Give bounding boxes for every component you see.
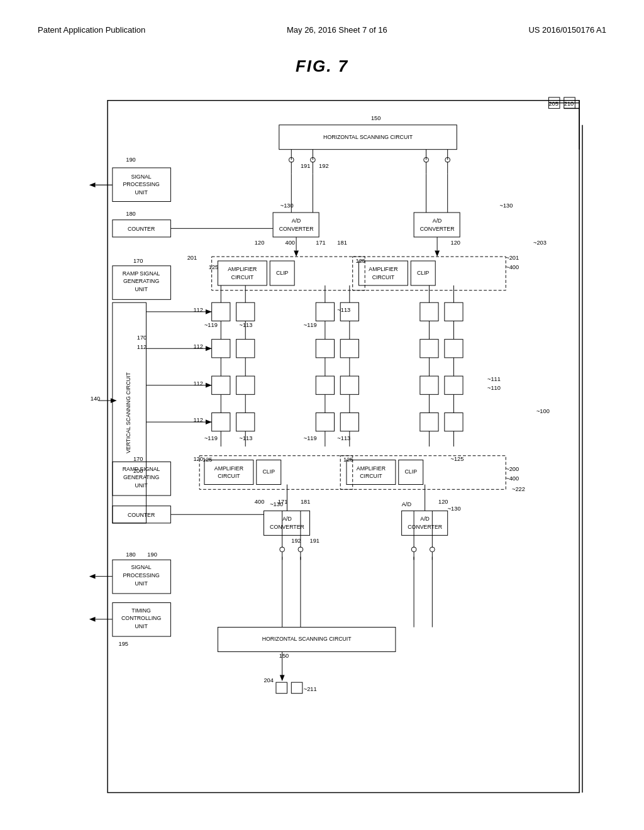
ref-203: ~203 — [533, 240, 547, 246]
svg-rect-19 — [273, 213, 319, 237]
figure-area: FIG. 7 205 210 150 HORIZONTAL SCANNING C… — [38, 57, 606, 805]
header-right: US 2016/0150176 A1 — [528, 25, 606, 35]
amp-circuit-top-left-label1: AMPLIFIER — [228, 266, 257, 272]
arrow-row4-left — [206, 419, 212, 424]
amp-circuit-top-right-label1: AMPLIFIER — [369, 266, 397, 272]
ref-150-bot: 150 — [279, 653, 289, 659]
ref-119-bot-left: ~119 — [204, 435, 218, 441]
svg-rect-41 — [420, 302, 438, 321]
svg-rect-50 — [236, 376, 255, 394]
svg-rect-20 — [414, 213, 460, 237]
counter-bot-label: COUNTER — [128, 512, 155, 518]
ramp-top-label3: UNIT — [135, 286, 148, 292]
ref-112-r2: 112 — [193, 343, 203, 350]
timing-ctrl-label3: UNIT — [135, 623, 148, 629]
ramp-bot-label1: RAMP SIGNAL — [123, 466, 160, 472]
svg-point-113 — [411, 547, 416, 552]
svg-rect-56 — [236, 413, 255, 431]
ref-400-bot: 400 — [255, 499, 264, 505]
header-left: Patent Application Publication — [38, 25, 145, 35]
ref-110: ~110 — [487, 385, 501, 391]
ref-125-top-1: 125 — [209, 264, 218, 270]
amp-circuit-bot-right-label1: AMPLIFIER — [357, 465, 386, 472]
ramp-bot-label2: GENERATING — [123, 474, 159, 480]
ref-181-top: 181 — [337, 240, 347, 246]
ref-119-r1-mid: ~119 — [304, 322, 317, 328]
ref-112-r1: 112 — [193, 307, 203, 313]
svg-rect-57 — [316, 413, 334, 431]
svg-rect-46 — [340, 340, 358, 358]
amp-circuit-bot-left-label2: CIRCUIT — [218, 473, 240, 479]
ad-conv-bot-left-label1: A/D — [282, 516, 292, 522]
arrow-row1-left — [206, 309, 212, 314]
page-header: Patent Application Publication May 26, 2… — [38, 25, 606, 35]
ref-112-r3: 112 — [193, 380, 203, 387]
ref-190: 190 — [126, 157, 135, 163]
ref-120-top-right: 120 — [451, 240, 460, 246]
ref-191: 191 — [301, 163, 310, 169]
ref-191-bot: 191 — [310, 538, 319, 544]
amp-circuit-bot-left-label1: AMPLIFIER — [214, 465, 243, 472]
ref-222: ~222 — [512, 486, 525, 492]
ad-conv-top-left-label1: A/D — [292, 218, 301, 224]
svg-rect-59 — [420, 413, 438, 431]
timing-ctrl-label2: CONTROLLING — [121, 615, 161, 621]
svg-rect-47 — [420, 340, 438, 358]
ref-204: 204 — [264, 677, 273, 683]
circuit-diagram: 205 210 150 HORIZONTAL SCANNING CIRCUIT … — [38, 94, 606, 805]
arrow-row3-left — [206, 383, 212, 388]
ref-400-right-top: ~400 — [506, 264, 519, 270]
svg-rect-37 — [212, 302, 230, 321]
arrow-down-ad-left — [294, 250, 299, 257]
ref-190-bot: 190 — [147, 551, 157, 558]
ref-113-r1-2: ~113 — [337, 307, 350, 313]
ref-140: 140 — [91, 396, 100, 402]
page: Patent Application Publication May 26, 2… — [0, 0, 644, 830]
svg-rect-42 — [445, 302, 463, 321]
svg-rect-39 — [316, 302, 334, 321]
diagram-container: 205 210 150 HORIZONTAL SCANNING CIRCUIT … — [38, 94, 606, 805]
ref-195: 195 — [119, 641, 128, 647]
ref-400-bot-right: ~400 — [506, 475, 519, 482]
ref-170-top: 170 — [133, 258, 143, 264]
svg-rect-96 — [204, 460, 253, 485]
ref-120-top-left: 120 — [255, 240, 264, 246]
header-center: May 26, 2016 Sheet 7 of 16 — [287, 25, 387, 35]
ref-180-top: 180 — [126, 211, 135, 217]
ad-conv-bot-left-label2: CONVERTER — [270, 524, 304, 530]
ref-181-bot: 181 — [301, 499, 310, 505]
horiz-scan-bot-label: HORIZONTAL SCANNING CIRCUIT — [262, 636, 352, 642]
figure-title: FIG. 7 — [38, 57, 606, 76]
ref-120-bot-right: 120 — [438, 499, 448, 505]
ad-conv-bot-right-label2: CONVERTER — [408, 524, 442, 530]
signal-proc-bot-label1: SIGNAL — [131, 564, 152, 570]
ref-130-bot-right: A/D — [402, 501, 412, 507]
svg-rect-33 — [358, 261, 408, 285]
signal-proc-bot-label3: UNIT — [135, 580, 148, 587]
ref-180-bot: 180 — [126, 551, 135, 558]
arrow-left-bot — [89, 574, 96, 579]
svg-rect-48 — [445, 340, 463, 358]
ref-201-top: 201 — [187, 255, 197, 261]
svg-rect-53 — [420, 376, 438, 394]
ref-400-top: 400 — [286, 240, 295, 246]
clip-bot-left-label: CLIP — [263, 468, 275, 475]
ref-119-bot-mid: ~119 — [304, 435, 317, 441]
ref-112-r4: 112 — [193, 417, 203, 423]
signal-proc-top-label3: UNIT — [135, 189, 148, 196]
counter-top-label: COUNTER — [128, 226, 155, 232]
arrow-140 — [111, 398, 117, 403]
svg-rect-38 — [236, 302, 255, 321]
arrow-down-horiz-bot — [280, 675, 285, 681]
timing-ctrl-label1: TIMING — [131, 607, 151, 614]
vert-scan-label: VERTICAL SCANNING CIRCUIT — [125, 372, 131, 453]
svg-rect-49 — [212, 376, 230, 394]
ref-125-bot-right: ~125 — [451, 456, 464, 462]
ad-conv-top-right-label1: A/D — [433, 218, 442, 224]
ad-conv-top-right-label2: CONVERTER — [420, 226, 455, 232]
ref-113-bot-1: ~113 — [239, 435, 252, 441]
arrow-row2-left — [206, 346, 212, 351]
ref-150-top: 150 — [371, 115, 380, 121]
ref-120-bot-left: 120 — [193, 456, 203, 462]
clip-top-left-label: CLIP — [276, 270, 289, 276]
